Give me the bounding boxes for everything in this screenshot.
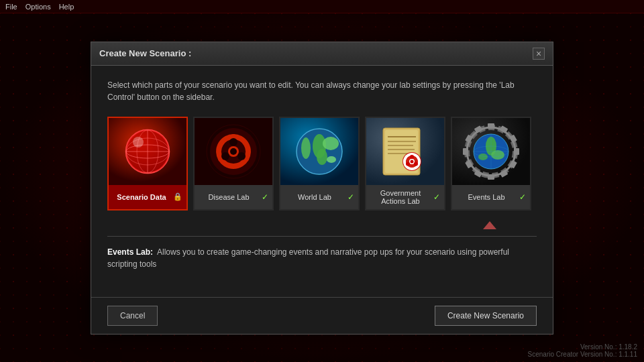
card-events-lab[interactable]: Events Lab ✓ xyxy=(451,117,531,210)
card-government-lab[interactable]: Government Actions Lab ✓ xyxy=(365,117,445,210)
description-text: Select which parts of your scenario you … xyxy=(107,79,537,103)
version-info: Version No.: 1.18.2 Scenario Creator Ver… xyxy=(528,343,637,358)
svg-point-40 xyxy=(406,162,410,166)
gov-check-icon: ✓ xyxy=(433,192,440,202)
card-scenario-label: Scenario Data 🔒 xyxy=(109,185,186,209)
arrow-indicator xyxy=(107,221,537,229)
svg-point-12 xyxy=(230,148,237,155)
svg-rect-52 xyxy=(488,123,494,129)
info-description: Events Lab: Allows you to create game-ch… xyxy=(107,246,537,270)
dialog-body: Select which parts of your scenario you … xyxy=(91,66,553,297)
menubar: File Options Help xyxy=(0,0,644,13)
svg-point-14 xyxy=(237,152,246,160)
card-scenario-data[interactable]: Scenario Data 🔒 xyxy=(107,117,188,210)
dialog-overlay: Create New Scenario : × Select which par… xyxy=(0,13,644,362)
menu-options[interactable]: Options xyxy=(25,3,51,11)
card-disease-lab[interactable]: Disease Lab ✓ xyxy=(193,117,274,210)
svg-point-38 xyxy=(410,155,414,159)
card-world-label: World Lab ✓ xyxy=(280,185,358,209)
card-scenario-image xyxy=(109,118,186,185)
card-disease-image xyxy=(195,118,272,185)
card-events-label: Events Lab ✓ xyxy=(452,185,530,209)
dialog-footer: Cancel Create New Scenario xyxy=(91,297,553,334)
card-disease-label: Disease Lab ✓ xyxy=(195,185,272,209)
svg-point-46 xyxy=(478,154,488,160)
info-section: Events Lab: Allows you to create game-ch… xyxy=(107,236,537,270)
svg-rect-58 xyxy=(488,174,494,180)
lock-icon: 🔒 xyxy=(173,192,182,201)
svg-point-23 xyxy=(323,137,339,150)
svg-point-39 xyxy=(414,162,418,166)
info-text-content: Allows you to create game-changing event… xyxy=(107,247,509,269)
svg-point-8 xyxy=(133,137,144,147)
svg-point-15 xyxy=(221,152,229,160)
disease-check-icon: ✓ xyxy=(262,192,268,202)
svg-point-13 xyxy=(229,138,237,146)
info-label: Events Lab: xyxy=(107,247,153,257)
create-scenario-dialog: Create New Scenario : × Select which par… xyxy=(91,42,553,335)
card-gov-label-text: Government Actions Lab xyxy=(370,189,431,205)
card-world-image xyxy=(280,118,358,185)
menu-file[interactable]: File xyxy=(5,3,17,11)
dialog-titlebar: Create New Scenario : × xyxy=(91,42,553,66)
world-check-icon: ✓ xyxy=(347,192,354,202)
cards-container: Scenario Data 🔒 xyxy=(107,117,537,210)
cancel-button[interactable]: Cancel xyxy=(107,306,158,326)
svg-rect-61 xyxy=(463,148,468,155)
card-gov-label: Government Actions Lab ✓ xyxy=(366,185,444,209)
events-check-icon: ✓ xyxy=(519,192,526,202)
card-disease-label-text: Disease Lab xyxy=(199,193,259,201)
card-world-label-text: World Lab xyxy=(284,193,345,201)
svg-rect-55 xyxy=(514,148,519,155)
card-world-lab[interactable]: World Lab ✓ xyxy=(279,117,360,210)
menu-help[interactable]: Help xyxy=(59,3,74,11)
svg-point-22 xyxy=(301,137,311,159)
card-gov-image xyxy=(366,118,444,185)
dialog-title: Create New Scenario : xyxy=(99,48,191,58)
card-events-image xyxy=(452,118,530,185)
create-scenario-button[interactable]: Create New Scenario xyxy=(435,306,537,326)
close-button[interactable]: × xyxy=(533,48,545,60)
svg-point-37 xyxy=(411,160,414,163)
svg-point-24 xyxy=(327,156,336,163)
version-line1: Version No.: 1.18.2 xyxy=(528,343,637,351)
arrow-up-icon xyxy=(483,221,496,229)
version-line2: Scenario Creator Version No.: 1.1.11 xyxy=(528,351,637,358)
svg-point-21 xyxy=(317,149,327,165)
card-events-label-text: Events Lab xyxy=(456,193,517,201)
card-scenario-label-text: Scenario Data xyxy=(113,193,170,201)
